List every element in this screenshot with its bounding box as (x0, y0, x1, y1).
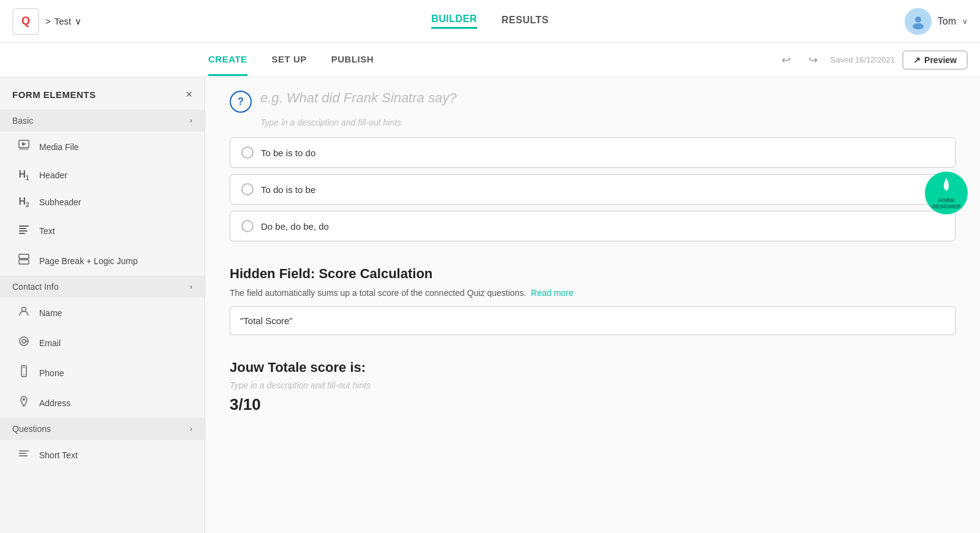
radio-circle-2 (241, 183, 254, 195)
sidebar-item-media-file[interactable]: Media File (0, 132, 205, 162)
section-basic[interactable]: Basic › (0, 110, 205, 132)
form-designer-button[interactable]: FORMDESIGNER (925, 172, 968, 214)
email-icon (17, 335, 31, 350)
sidebar-item-subheader-label: Subheader (39, 197, 81, 207)
sidebar: FORM ELEMENTS × Basic › Media File H1 He… (0, 77, 205, 533)
tab-builder[interactable]: BUILDER (431, 13, 477, 29)
sidebar-item-text-label: Text (39, 226, 55, 236)
svg-point-14 (22, 339, 26, 343)
header-icon: H1 (17, 169, 31, 181)
tab-results[interactable]: RESULTS (502, 15, 549, 28)
section-basic-chevron: › (190, 116, 192, 125)
svg-rect-9 (19, 254, 29, 259)
breadcrumb-sep: > (45, 16, 51, 26)
score-input[interactable] (230, 306, 956, 335)
sidebar-item-address[interactable]: Address (0, 388, 205, 418)
sidebar-item-short-text-label: Short Text (39, 450, 78, 460)
page-break-icon (17, 253, 31, 268)
sidebar-item-name-label: Name (39, 308, 62, 318)
preview-label: Preview (924, 55, 957, 65)
name-icon (17, 305, 31, 320)
avatar (905, 8, 932, 35)
score-desc: Type in a description and fill-out hints (230, 380, 956, 390)
radio-label-2: To do is to be (261, 184, 315, 195)
close-sidebar-button[interactable]: × (186, 88, 192, 101)
tab-setup[interactable]: SET UP (272, 44, 307, 76)
username: Tom (938, 16, 956, 27)
short-text-icon (17, 447, 31, 463)
radio-option-1[interactable]: To be is to do (230, 137, 956, 168)
main-layout: FORM ELEMENTS × Basic › Media File H1 He… (0, 77, 980, 533)
radio-circle-1 (241, 146, 254, 159)
sidebar-item-name[interactable]: Name (0, 298, 205, 328)
sidebar-item-subheader[interactable]: H2 Subheader (0, 189, 205, 216)
section-questions-label: Questions (12, 424, 51, 434)
question-icon: ? (230, 91, 252, 113)
radio-circle-3 (241, 220, 254, 232)
logo-icon: Q (12, 8, 39, 35)
sidebar-item-header[interactable]: H1 Header (0, 162, 205, 189)
question-header: ? e.g. What did Frank Sinatra say? (230, 89, 956, 113)
breadcrumb-chevron[interactable]: ∨ (75, 16, 81, 27)
question-placeholder: e.g. What did Frank Sinatra say? (260, 89, 456, 107)
sidebar-header: FORM ELEMENTS × (0, 77, 205, 110)
section-contact-label: Contact Info (12, 282, 59, 292)
sidebar-item-short-text[interactable]: Short Text (0, 440, 205, 470)
section-questions[interactable]: Questions › (0, 418, 205, 440)
svg-rect-7 (19, 230, 28, 232)
score-value: 3/10 (230, 395, 956, 414)
sidebar-item-email-label: Email (39, 338, 61, 348)
section-contact-info[interactable]: Contact Info › (0, 276, 205, 298)
svg-point-19 (23, 398, 25, 401)
media-file-icon (17, 139, 31, 154)
radio-label-3: Do be, do be, do (261, 221, 329, 232)
section-contact-chevron: › (190, 282, 192, 291)
radio-option-3[interactable]: Do be, do be, do (230, 211, 956, 241)
radio-option-2[interactable]: To do is to be (230, 174, 956, 205)
address-icon (17, 395, 31, 410)
preview-button[interactable]: ↗ Preview (902, 50, 968, 70)
content-area: ? e.g. What did Frank Sinatra say? Type … (205, 77, 980, 533)
redo-button[interactable]: ↪ (804, 50, 823, 70)
logo-area: Q > Test ∨ (12, 8, 81, 35)
sub-nav: CREATE SET UP PUBLISH ↩ ↪ Saved 16/12/20… (0, 43, 980, 77)
undo-button[interactable]: ↩ (777, 50, 796, 70)
tab-create[interactable]: CREATE (208, 44, 247, 76)
sidebar-item-phone[interactable]: Phone (0, 358, 205, 388)
tab-publish[interactable]: PUBLISH (331, 44, 374, 76)
preview-icon: ↗ (913, 55, 921, 65)
sidebar-item-text[interactable]: Text (0, 216, 205, 246)
score-title: Jouw Totale score is: (230, 360, 956, 376)
top-nav: Q > Test ∨ BUILDER RESULTS Tom ∨ (0, 0, 980, 43)
user-chevron[interactable]: ∨ (962, 17, 968, 26)
sidebar-item-media-file-label: Media File (39, 142, 79, 152)
hidden-field-section: Hidden Field: Score Calculation The fiel… (230, 266, 956, 335)
sidebar-item-page-break[interactable]: Page Break + Logic Jump (0, 246, 205, 276)
breadcrumb: > Test ∨ (45, 16, 81, 27)
hidden-field-desc: The field automatically sums up a total … (230, 288, 956, 298)
hidden-field-desc-text: The field automatically sums up a total … (230, 288, 526, 298)
svg-rect-6 (19, 228, 26, 229)
svg-rect-8 (19, 233, 25, 234)
user-area: Tom ∨ (905, 8, 968, 35)
svg-point-1 (913, 23, 924, 29)
sidebar-item-email[interactable]: Email (0, 328, 205, 358)
form-designer-icon (938, 176, 955, 197)
phone-icon (17, 365, 31, 380)
sidebar-item-page-break-label: Page Break + Logic Jump (39, 256, 138, 266)
score-section: Jouw Totale score is: Type in a descript… (230, 360, 956, 414)
svg-rect-10 (19, 260, 29, 264)
sidebar-item-phone-label: Phone (39, 368, 64, 378)
svg-rect-5 (19, 225, 29, 227)
question-description: Type in a description and fill-out hints (260, 118, 956, 127)
svg-point-17 (23, 374, 24, 376)
text-icon (17, 223, 31, 238)
form-designer-label: FORMDESIGNER (932, 198, 960, 210)
question-section: ? e.g. What did Frank Sinatra say? Type … (230, 77, 956, 241)
breadcrumb-project[interactable]: Test (55, 16, 72, 26)
sub-nav-right: ↩ ↪ Saved 16/12/2021 ↗ Preview (777, 50, 980, 70)
svg-point-0 (915, 17, 921, 23)
read-more-link[interactable]: Read more (531, 288, 573, 298)
sidebar-item-header-label: Header (39, 170, 67, 180)
subheader-icon: H2 (17, 196, 31, 208)
